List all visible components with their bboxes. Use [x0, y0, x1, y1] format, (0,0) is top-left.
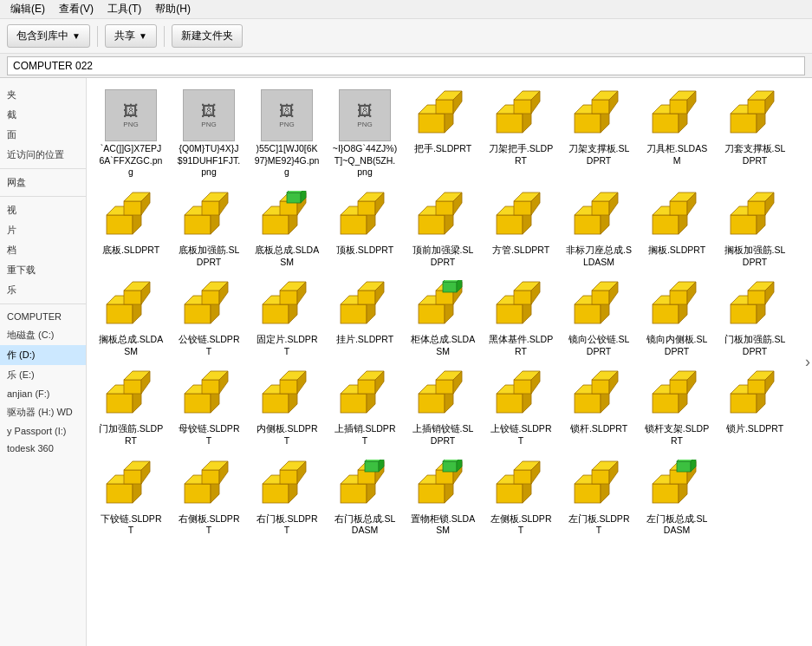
sidebar-item-11[interactable]: 地磁盘 (C:)	[0, 325, 86, 345]
menu-view[interactable]: 查看(V)	[52, 0, 101, 18]
file-icon-sw	[417, 460, 469, 512]
list-item[interactable]: 母铰链.SLDPRT	[172, 365, 246, 451]
menu-help[interactable]: 帮助(H)	[148, 0, 198, 18]
file-label: 右门板总成.SLDASM	[332, 513, 398, 537]
sidebar-item-7[interactable]: 档	[0, 240, 86, 260]
svg-rect-141	[748, 290, 765, 304]
file-icon-sw	[573, 369, 625, 421]
list-item[interactable]: 锁杆支架.SLDPRT	[640, 365, 714, 451]
sidebar-item-10[interactable]: COMPUTER	[0, 308, 86, 325]
svg-rect-21	[670, 100, 687, 114]
sidebar-item-3[interactable]: 近访问的位置	[0, 145, 86, 165]
menu-tools[interactable]: 工具(T)	[101, 0, 148, 18]
list-item[interactable]: 左门板.SLDPRT	[562, 455, 636, 541]
sidebar-item-4[interactable]: 网盘	[0, 173, 86, 192]
list-item[interactable]: 方管.SLDPRT	[484, 186, 558, 272]
list-item[interactable]: 🖼 PNG )55C]1[WJ0[6K97}ME92}4G.png	[250, 85, 324, 183]
list-item[interactable]: 锁杆.SLDPRT	[562, 365, 636, 451]
share-button[interactable]: 共享 ▼	[105, 24, 157, 48]
list-item[interactable]: 内侧板.SLDPRT	[250, 365, 324, 451]
sidebar-item-17[interactable]: todesk 360	[0, 440, 86, 457]
menu-edit[interactable]: 编辑(E)	[3, 0, 52, 18]
address-path[interactable]: COMPUTER 022	[7, 56, 805, 75]
list-item[interactable]: 搁板加强筋.SLDPRT	[718, 186, 792, 272]
list-item[interactable]: 🖼 PNG ~I}O8G`44ZJ%)T]~Q_NB(5ZH.png	[328, 85, 402, 183]
sidebar-item-16[interactable]: y Passport (I:)	[0, 422, 86, 440]
sidebar-item-2[interactable]: 面	[0, 125, 86, 145]
list-item[interactable]: 🖼 PNG {Q0M}TU}4X}J$91DUHF1FJT.png	[172, 85, 246, 183]
list-item[interactable]: 左门板总成.SLDASM	[640, 455, 714, 541]
list-item[interactable]: 挂片.SLDPRT	[328, 276, 402, 362]
svg-rect-33	[124, 201, 141, 215]
list-item[interactable]: 底板总成.SLDASM	[250, 186, 324, 272]
file-icon-sw	[339, 369, 391, 421]
list-item[interactable]: 刀具柜.SLDASM	[640, 85, 714, 183]
sidebar-item-9[interactable]: 乐	[0, 280, 86, 300]
list-item[interactable]: 右门板.SLDPRT	[250, 455, 324, 541]
list-item[interactable]: 上插销铰链.SLDPRT	[406, 365, 480, 451]
list-item[interactable]: 非标刀座总成.SLDASM	[562, 186, 636, 272]
sidebar-item-1[interactable]: 截	[0, 105, 86, 125]
sidebar-item-5[interactable]: 视	[0, 200, 86, 220]
sidebar-item-12[interactable]: 作 (D:)	[0, 345, 86, 365]
svg-rect-6	[497, 114, 523, 133]
svg-rect-12	[575, 114, 601, 133]
list-item[interactable]: 下铰链.SLDPRT	[94, 455, 168, 541]
share-dropdown-icon[interactable]: ▼	[139, 31, 147, 41]
svg-rect-150	[185, 394, 211, 413]
list-item[interactable]: 底板加强筋.SLDPRT	[172, 186, 246, 272]
list-item[interactable]: 刀架支撑板.SLDPRT	[562, 85, 636, 183]
list-item[interactable]: 锁片.SLDPRT	[718, 365, 792, 451]
list-item[interactable]: 底板.SLDPRT	[94, 186, 168, 272]
list-item[interactable]: 右侧板.SLDPRT	[172, 455, 246, 541]
sidebar-item-15[interactable]: 驱动器 (H:) WD	[0, 402, 86, 422]
svg-rect-30	[107, 215, 133, 234]
svg-rect-231	[443, 461, 457, 472]
sidebar: 夹 截 面 近访问的位置 网盘 视 片 档 重下载 乐 COMPUTER 地磁盘…	[0, 78, 87, 646]
list-item[interactable]: 刀架把手.SLDPRT	[484, 85, 558, 183]
list-item[interactable]: 把手.SLDPRT	[406, 85, 480, 183]
list-item[interactable]: 镜向公铰链.SLDPRT	[562, 276, 636, 362]
list-item[interactable]: 🖼 PNG `AC(]]G]X7EPJ6A`FFXZGC.png	[94, 85, 168, 183]
file-icon-sw	[651, 460, 703, 512]
list-item[interactable]: 置物柜锁.SLDASM	[406, 455, 480, 541]
list-item[interactable]: 顶板.SLDPRT	[328, 186, 402, 272]
svg-rect-96	[202, 290, 219, 304]
list-item[interactable]: 搁板总成.SLDASM	[94, 276, 168, 362]
list-item[interactable]: 门板加强筋.SLDPRT	[718, 276, 792, 362]
list-item[interactable]: 右门板总成.SLDASM	[328, 455, 402, 541]
sidebar-item-13[interactable]: 乐 (E:)	[0, 365, 86, 385]
file-label: 底板.SLDPRT	[102, 245, 159, 257]
address-path-text: COMPUTER 022	[13, 60, 93, 72]
list-item[interactable]: 黑体基件.SLDPRT	[484, 276, 558, 362]
include-library-button[interactable]: 包含到库中 ▼	[7, 24, 90, 48]
new-folder-button[interactable]: 新建文件夹	[172, 24, 243, 48]
list-item[interactable]: 镜向内侧板.SLDPRT	[640, 276, 714, 362]
include-dropdown-icon[interactable]: ▼	[72, 31, 81, 41]
list-item[interactable]: 上铰链.SLDPRT	[484, 365, 558, 451]
list-item[interactable]: 左侧板.SLDPRT	[484, 455, 558, 541]
list-item[interactable]: 固定片.SLDPRT	[250, 276, 324, 362]
list-item[interactable]: 门加强筋.SLDPRT	[94, 365, 168, 451]
svg-rect-90	[124, 290, 141, 304]
sidebar-item-0[interactable]: 夹	[0, 85, 86, 105]
list-item[interactable]: 柜体总成.SLDASM	[406, 276, 480, 362]
expand-arrow[interactable]: ›	[803, 78, 812, 646]
svg-rect-69	[575, 215, 601, 234]
list-item[interactable]: 公铰链.SLDPRT	[172, 276, 246, 362]
file-icon-sw	[261, 191, 313, 243]
file-icon-sw	[651, 191, 703, 243]
svg-rect-48	[287, 192, 301, 203]
file-label: 挂片.SLDPRT	[336, 334, 393, 346]
sidebar-item-8[interactable]: 重下载	[0, 260, 86, 280]
file-label: 镜向公铰链.SLDPRT	[566, 334, 632, 357]
list-item[interactable]: 上插销.SLDPRT	[328, 365, 402, 451]
sidebar-item-6[interactable]: 片	[0, 220, 86, 240]
list-item[interactable]: 搁板.SLDPRT	[640, 186, 714, 272]
file-label: 刀架支撑板.SLDPRT	[566, 143, 632, 166]
file-icon-sw	[417, 369, 469, 421]
sidebar-item-14[interactable]: anjian (F:)	[0, 385, 86, 402]
list-item[interactable]: 刀套支撑板.SLDPRT	[718, 85, 792, 183]
list-item[interactable]: 顶前加强梁.SLDPRT	[406, 186, 480, 272]
svg-rect-99	[263, 304, 289, 323]
